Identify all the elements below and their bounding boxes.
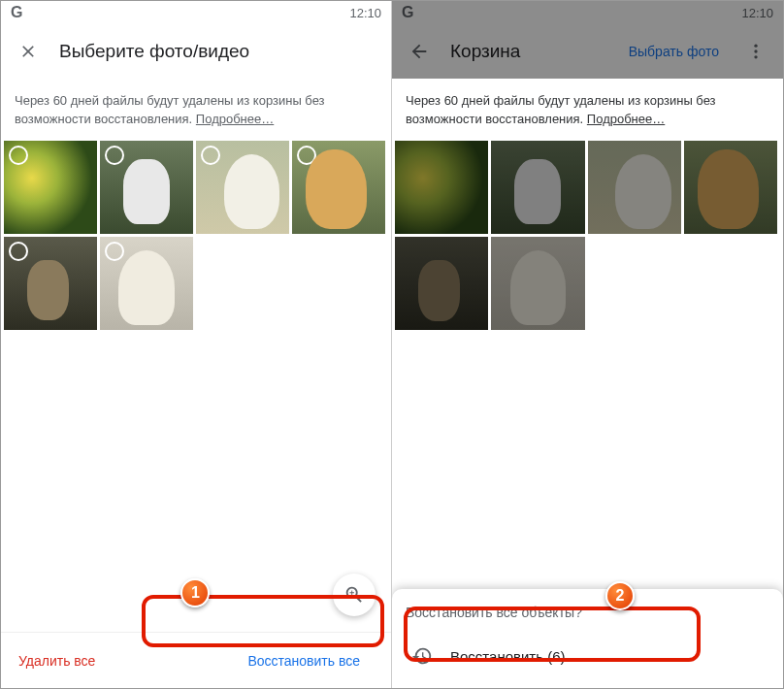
more-icon[interactable] (736, 32, 775, 71)
photo-grid (392, 141, 783, 331)
photo-grid (1, 141, 391, 330)
photo-thumb[interactable] (395, 237, 488, 330)
trash-notice: Через 60 дней файлы будут удалены из кор… (392, 79, 783, 141)
selection-ring-icon (105, 242, 124, 261)
notice-text: Через 60 дней файлы будут удалены из кор… (15, 93, 325, 126)
zoom-fab[interactable] (333, 574, 376, 616)
status-time: 12:10 (741, 6, 773, 20)
back-icon[interactable] (400, 32, 439, 71)
notice-text: Через 60 дней файлы будут удалены из кор… (406, 93, 716, 126)
photo-thumb[interactable] (395, 141, 488, 234)
google-logo: G (402, 4, 413, 21)
trash-notice: Через 60 дней файлы будут удалены из кор… (1, 79, 391, 141)
app-bar: Корзина Выбрать фото (392, 24, 783, 79)
photo-thumb[interactable] (100, 237, 193, 330)
google-logo: G (11, 4, 22, 21)
learn-more-link[interactable]: Подробнее… (587, 112, 665, 126)
photo-thumb[interactable] (588, 141, 681, 234)
bottom-action-bar: Удалить все Восстановить все (1, 632, 391, 688)
photo-thumb[interactable] (684, 141, 777, 234)
photo-thumb[interactable] (4, 237, 97, 330)
svg-point-0 (754, 45, 757, 48)
sheet-title: Восстановить все объекты? (406, 605, 769, 620)
selection-ring-icon (9, 146, 28, 165)
restore-action-label: Восстановить (6) (450, 648, 566, 665)
photo-thumb[interactable] (4, 141, 97, 234)
bottom-sheet: Восстановить все объекты? Восстановить (… (392, 589, 783, 688)
appbar-title: Выберите фото/видео (59, 41, 383, 62)
status-bar: G 12:10 (1, 1, 391, 24)
photo-thumb[interactable] (491, 141, 584, 234)
select-photos-button[interactable]: Выбрать фото (623, 44, 725, 59)
photo-thumb[interactable] (196, 141, 289, 234)
selection-ring-icon (201, 146, 220, 165)
status-time: 12:10 (349, 6, 381, 20)
photo-thumb[interactable] (100, 141, 193, 234)
app-bar: Выберите фото/видео (1, 24, 391, 79)
restore-history-icon (411, 645, 433, 667)
restore-all-button[interactable]: Восстановить все (234, 643, 374, 678)
svg-point-2 (754, 55, 757, 58)
appbar-title: Корзина (450, 41, 611, 62)
screen-trash-sheet: G 12:10 Корзина Выбрать фото Через 60 дн… (392, 1, 783, 688)
delete-all-button[interactable]: Удалить все (18, 653, 95, 669)
status-bar: G 12:10 (392, 1, 783, 24)
photo-thumb[interactable] (491, 237, 584, 330)
svg-point-1 (754, 49, 757, 52)
selection-ring-icon (297, 146, 316, 165)
step-badge: 1 (180, 578, 210, 607)
learn-more-link[interactable]: Подробнее… (196, 112, 274, 126)
restore-action-button[interactable]: Восстановить (6) (406, 636, 769, 676)
photo-thumb[interactable] (292, 141, 385, 234)
selection-ring-icon (9, 242, 28, 261)
close-icon[interactable] (9, 32, 48, 71)
selection-ring-icon (105, 146, 124, 165)
